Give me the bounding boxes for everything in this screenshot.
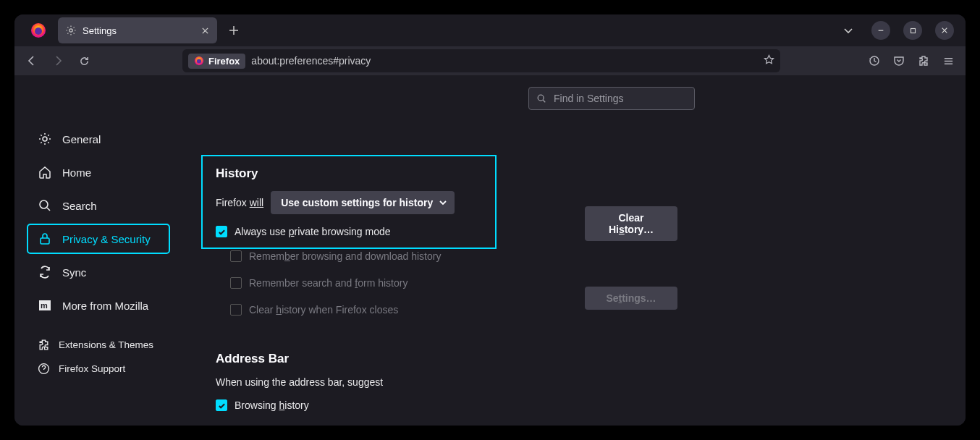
svg-text:m: m — [41, 301, 48, 310]
sidebar-item-privacy-security[interactable]: Privacy & Security — [28, 224, 169, 253]
history-section-highlight: History Firefox will Use custom settings… — [201, 155, 497, 249]
bookmark-star-icon[interactable] — [764, 54, 774, 68]
svg-point-1 — [35, 28, 42, 35]
sidebar-item-label: Sync — [62, 266, 86, 279]
app-menu-icon[interactable] — [937, 49, 960, 72]
address-bar-title: Address Bar — [216, 352, 383, 366]
settings-main: History Firefox will Use custom settings… — [201, 75, 966, 426]
sidebar-item-label: Privacy & Security — [62, 233, 151, 245]
history-mode-dropdown[interactable]: Use custom settings for history — [271, 191, 455, 214]
titlebar: Settings — [14, 14, 966, 46]
remember-search-label: Remember search and form history — [249, 277, 407, 289]
tab-close-icon[interactable] — [198, 24, 211, 37]
url-bar[interactable]: Firefox about:preferences#privacy — [182, 49, 780, 72]
clear-history-button[interactable]: Clear History… — [585, 206, 677, 241]
minimize-button[interactable] — [871, 21, 890, 40]
sidebar-item-label: Firefox Support — [59, 363, 125, 374]
sidebar-item-label: General — [62, 133, 101, 145]
browsing-history-suggest-checkbox[interactable] — [216, 399, 227, 411]
sidebar-item-more-mozilla[interactable]: m More from Mozilla — [28, 291, 169, 320]
pocket-icon[interactable] — [887, 49, 911, 72]
svg-rect-3 — [911, 28, 915, 33]
gear-icon — [38, 132, 52, 146]
new-tab-button[interactable] — [223, 20, 245, 41]
sidebar-item-home[interactable]: Home — [28, 158, 169, 187]
svg-point-8 — [43, 137, 47, 141]
chevron-down-icon — [439, 198, 447, 207]
settings-sidebar: General Home Search Privacy & Security S… — [14, 75, 201, 426]
private-browsing-checkbox[interactable] — [216, 226, 227, 237]
sync-icon — [38, 265, 52, 279]
browsing-history-suggest-label: Browsing history — [235, 399, 309, 411]
maximize-button[interactable] — [903, 21, 922, 40]
extensions-icon[interactable] — [912, 49, 935, 72]
dropdown-value: Use custom settings for history — [281, 197, 433, 208]
sidebar-item-general[interactable]: General — [28, 124, 169, 153]
sidebar-item-extensions-themes[interactable]: Extensions & Themes — [28, 334, 169, 355]
remember-browsing-checkbox — [230, 250, 242, 262]
url-text: about:preferences#privacy — [251, 55, 764, 67]
address-bar-subtitle: When using the address bar, suggest — [216, 376, 383, 388]
url-identity-box[interactable]: Firefox — [188, 54, 245, 69]
svg-point-9 — [40, 200, 48, 208]
search-icon — [38, 198, 52, 213]
tab-title: Settings — [83, 25, 117, 36]
reload-button[interactable] — [72, 49, 96, 72]
tab-list-button[interactable] — [838, 20, 858, 41]
url-identity-label: Firefox — [208, 56, 240, 67]
sidebar-item-label: Home — [62, 166, 91, 179]
back-button[interactable] — [20, 49, 43, 72]
history-settings-button: Settings… — [585, 287, 677, 310]
mozilla-icon: m — [38, 298, 52, 313]
firefox-logo-icon — [29, 21, 48, 40]
help-icon — [38, 363, 50, 375]
nav-toolbar: Firefox about:preferences#privacy — [14, 46, 966, 75]
sidebar-item-sync[interactable]: Sync — [28, 258, 169, 287]
puzzle-icon — [38, 339, 50, 351]
firefox-will-label: Firefox will — [216, 197, 263, 208]
sidebar-item-search[interactable]: Search — [28, 191, 169, 220]
sidebar-item-label: Extensions & Themes — [59, 339, 153, 350]
sidebar-item-label: More from Mozilla — [62, 300, 148, 312]
svg-point-5 — [197, 59, 201, 63]
private-browsing-label: Always use private browsing mode — [235, 226, 391, 237]
close-button[interactable] — [935, 21, 954, 40]
firefox-small-icon — [194, 56, 204, 66]
remember-browsing-label: Remember browsing and download history — [249, 250, 441, 262]
browser-tab[interactable]: Settings — [58, 17, 217, 43]
remember-search-checkbox — [230, 277, 242, 289]
clear-history-checkbox — [230, 304, 242, 316]
home-icon — [38, 165, 52, 179]
gear-icon — [65, 25, 77, 36]
lock-icon — [38, 232, 52, 246]
sidebar-item-firefox-support[interactable]: Firefox Support — [28, 358, 169, 379]
address-bar-section: Address Bar When using the address bar, … — [216, 352, 383, 411]
history-icon[interactable] — [863, 49, 886, 72]
sidebar-item-label: Search — [62, 200, 97, 212]
svg-point-2 — [69, 29, 72, 32]
svg-rect-10 — [41, 238, 49, 244]
clear-history-label: Clear history when Firefox closes — [249, 304, 398, 316]
history-title: History — [216, 166, 482, 181]
forward-button[interactable] — [46, 49, 69, 72]
